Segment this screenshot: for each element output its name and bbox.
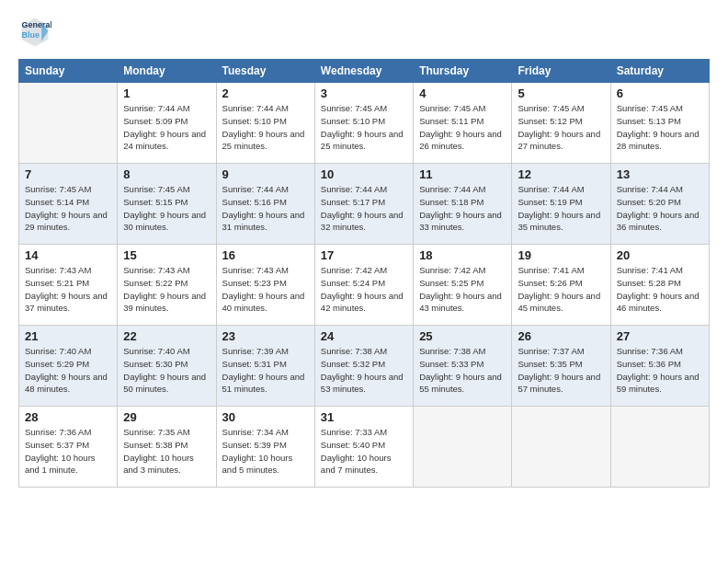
day-number: 21 xyxy=(25,329,111,343)
day-number: 15 xyxy=(123,248,210,262)
day-detail: Sunrise: 7:38 AM Sunset: 5:32 PM Dayligh… xyxy=(321,345,407,396)
day-detail: Sunrise: 7:45 AM Sunset: 5:13 PM Dayligh… xyxy=(617,102,703,153)
calendar-cell: 28Sunrise: 7:36 AM Sunset: 5:37 PM Dayli… xyxy=(19,407,118,488)
day-detail: Sunrise: 7:43 AM Sunset: 5:21 PM Dayligh… xyxy=(25,264,111,315)
day-number: 28 xyxy=(25,410,111,424)
calendar-cell: 29Sunrise: 7:35 AM Sunset: 5:38 PM Dayli… xyxy=(118,407,216,488)
day-detail: Sunrise: 7:33 AM Sunset: 5:40 PM Dayligh… xyxy=(321,426,407,477)
day-detail: Sunrise: 7:43 AM Sunset: 5:22 PM Dayligh… xyxy=(123,264,210,315)
col-header-tuesday: Tuesday xyxy=(216,60,314,83)
calendar-cell: 23Sunrise: 7:39 AM Sunset: 5:31 PM Dayli… xyxy=(216,326,314,407)
day-detail: Sunrise: 7:40 AM Sunset: 5:29 PM Dayligh… xyxy=(25,345,111,396)
col-header-saturday: Saturday xyxy=(610,60,709,83)
day-detail: Sunrise: 7:44 AM Sunset: 5:16 PM Dayligh… xyxy=(222,183,309,234)
day-detail: Sunrise: 7:35 AM Sunset: 5:38 PM Dayligh… xyxy=(123,426,210,477)
calendar-cell: 7Sunrise: 7:45 AM Sunset: 5:14 PM Daylig… xyxy=(19,164,118,245)
day-number: 22 xyxy=(123,329,210,343)
calendar-cell: 20Sunrise: 7:41 AM Sunset: 5:28 PM Dayli… xyxy=(610,245,709,326)
calendar-cell: 17Sunrise: 7:42 AM Sunset: 5:24 PM Dayli… xyxy=(314,245,413,326)
day-detail: Sunrise: 7:42 AM Sunset: 5:24 PM Dayligh… xyxy=(321,264,407,315)
day-number: 3 xyxy=(321,86,407,100)
day-number: 20 xyxy=(617,248,703,262)
calendar-cell: 11Sunrise: 7:44 AM Sunset: 5:18 PM Dayli… xyxy=(414,164,512,245)
day-number: 7 xyxy=(25,167,111,181)
day-number: 27 xyxy=(617,329,703,343)
day-number: 8 xyxy=(123,167,210,181)
day-detail: Sunrise: 7:41 AM Sunset: 5:26 PM Dayligh… xyxy=(518,264,604,315)
day-number: 9 xyxy=(222,167,309,181)
calendar-cell: 12Sunrise: 7:44 AM Sunset: 5:19 PM Dayli… xyxy=(512,164,610,245)
day-detail: Sunrise: 7:44 AM Sunset: 5:19 PM Dayligh… xyxy=(518,183,604,234)
day-number: 26 xyxy=(518,329,604,343)
day-detail: Sunrise: 7:34 AM Sunset: 5:39 PM Dayligh… xyxy=(222,426,309,477)
day-number: 13 xyxy=(617,167,703,181)
calendar-cell: 1Sunrise: 7:44 AM Sunset: 5:09 PM Daylig… xyxy=(118,83,216,164)
calendar-cell xyxy=(414,407,512,488)
day-number: 29 xyxy=(123,410,210,424)
calendar-cell: 27Sunrise: 7:36 AM Sunset: 5:36 PM Dayli… xyxy=(610,326,709,407)
week-row-5: 28Sunrise: 7:36 AM Sunset: 5:37 PM Dayli… xyxy=(19,407,710,488)
header-row: SundayMondayTuesdayWednesdayThursdayFrid… xyxy=(19,60,710,83)
col-header-thursday: Thursday xyxy=(414,60,512,83)
day-number: 17 xyxy=(321,248,407,262)
day-number: 19 xyxy=(518,248,604,262)
svg-text:Blue: Blue xyxy=(22,30,40,40)
day-number: 6 xyxy=(617,86,703,100)
day-detail: Sunrise: 7:36 AM Sunset: 5:36 PM Dayligh… xyxy=(617,345,703,396)
calendar-cell: 21Sunrise: 7:40 AM Sunset: 5:29 PM Dayli… xyxy=(19,326,118,407)
day-detail: Sunrise: 7:44 AM Sunset: 5:09 PM Dayligh… xyxy=(123,102,210,153)
day-detail: Sunrise: 7:43 AM Sunset: 5:23 PM Dayligh… xyxy=(222,264,309,315)
day-detail: Sunrise: 7:40 AM Sunset: 5:30 PM Dayligh… xyxy=(123,345,210,396)
day-detail: Sunrise: 7:44 AM Sunset: 5:18 PM Dayligh… xyxy=(419,183,506,234)
day-detail: Sunrise: 7:44 AM Sunset: 5:10 PM Dayligh… xyxy=(222,102,309,153)
day-detail: Sunrise: 7:44 AM Sunset: 5:20 PM Dayligh… xyxy=(617,183,703,234)
calendar-cell: 15Sunrise: 7:43 AM Sunset: 5:22 PM Dayli… xyxy=(118,245,216,326)
day-number: 30 xyxy=(222,410,309,424)
calendar-table: SundayMondayTuesdayWednesdayThursdayFrid… xyxy=(18,59,710,488)
day-detail: Sunrise: 7:44 AM Sunset: 5:17 PM Dayligh… xyxy=(321,183,407,234)
day-number: 25 xyxy=(419,329,506,343)
day-detail: Sunrise: 7:42 AM Sunset: 5:25 PM Dayligh… xyxy=(419,264,506,315)
calendar-cell: 14Sunrise: 7:43 AM Sunset: 5:21 PM Dayli… xyxy=(19,245,118,326)
logo-icon: General Blue xyxy=(18,15,51,48)
calendar-cell: 18Sunrise: 7:42 AM Sunset: 5:25 PM Dayli… xyxy=(414,245,512,326)
calendar-cell: 24Sunrise: 7:38 AM Sunset: 5:32 PM Dayli… xyxy=(314,326,413,407)
calendar-cell: 16Sunrise: 7:43 AM Sunset: 5:23 PM Dayli… xyxy=(216,245,314,326)
calendar-cell: 10Sunrise: 7:44 AM Sunset: 5:17 PM Dayli… xyxy=(314,164,413,245)
calendar-cell: 19Sunrise: 7:41 AM Sunset: 5:26 PM Dayli… xyxy=(512,245,610,326)
week-row-4: 21Sunrise: 7:40 AM Sunset: 5:29 PM Dayli… xyxy=(19,326,710,407)
week-row-3: 14Sunrise: 7:43 AM Sunset: 5:21 PM Dayli… xyxy=(19,245,710,326)
week-row-2: 7Sunrise: 7:45 AM Sunset: 5:14 PM Daylig… xyxy=(19,164,710,245)
day-detail: Sunrise: 7:41 AM Sunset: 5:28 PM Dayligh… xyxy=(617,264,703,315)
day-detail: Sunrise: 7:45 AM Sunset: 5:11 PM Dayligh… xyxy=(419,102,506,153)
day-number: 11 xyxy=(419,167,506,181)
day-number: 24 xyxy=(321,329,407,343)
calendar-cell: 5Sunrise: 7:45 AM Sunset: 5:12 PM Daylig… xyxy=(512,83,610,164)
day-number: 10 xyxy=(321,167,407,181)
day-detail: Sunrise: 7:45 AM Sunset: 5:12 PM Dayligh… xyxy=(518,102,604,153)
calendar-cell: 31Sunrise: 7:33 AM Sunset: 5:40 PM Dayli… xyxy=(314,407,413,488)
day-detail: Sunrise: 7:45 AM Sunset: 5:14 PM Dayligh… xyxy=(25,183,111,234)
day-number: 2 xyxy=(222,86,309,100)
calendar-cell: 13Sunrise: 7:44 AM Sunset: 5:20 PM Dayli… xyxy=(610,164,709,245)
day-number: 16 xyxy=(222,248,309,262)
day-number: 31 xyxy=(321,410,407,424)
col-header-sunday: Sunday xyxy=(19,60,118,83)
page: General Blue SundayMondayTuesdayWednesda… xyxy=(0,0,728,563)
day-detail: Sunrise: 7:38 AM Sunset: 5:33 PM Dayligh… xyxy=(419,345,506,396)
day-number: 5 xyxy=(518,86,604,100)
day-detail: Sunrise: 7:36 AM Sunset: 5:37 PM Dayligh… xyxy=(25,426,111,477)
calendar-cell: 4Sunrise: 7:45 AM Sunset: 5:11 PM Daylig… xyxy=(414,83,512,164)
calendar-cell: 26Sunrise: 7:37 AM Sunset: 5:35 PM Dayli… xyxy=(512,326,610,407)
day-detail: Sunrise: 7:45 AM Sunset: 5:10 PM Dayligh… xyxy=(321,102,407,153)
calendar-cell xyxy=(512,407,610,488)
col-header-monday: Monday xyxy=(118,60,216,83)
calendar-cell: 30Sunrise: 7:34 AM Sunset: 5:39 PM Dayli… xyxy=(216,407,314,488)
day-detail: Sunrise: 7:45 AM Sunset: 5:15 PM Dayligh… xyxy=(123,183,210,234)
calendar-cell xyxy=(19,83,118,164)
day-number: 12 xyxy=(518,167,604,181)
calendar-cell: 9Sunrise: 7:44 AM Sunset: 5:16 PM Daylig… xyxy=(216,164,314,245)
col-header-friday: Friday xyxy=(512,60,610,83)
header: General Blue xyxy=(18,15,710,48)
day-detail: Sunrise: 7:37 AM Sunset: 5:35 PM Dayligh… xyxy=(518,345,604,396)
